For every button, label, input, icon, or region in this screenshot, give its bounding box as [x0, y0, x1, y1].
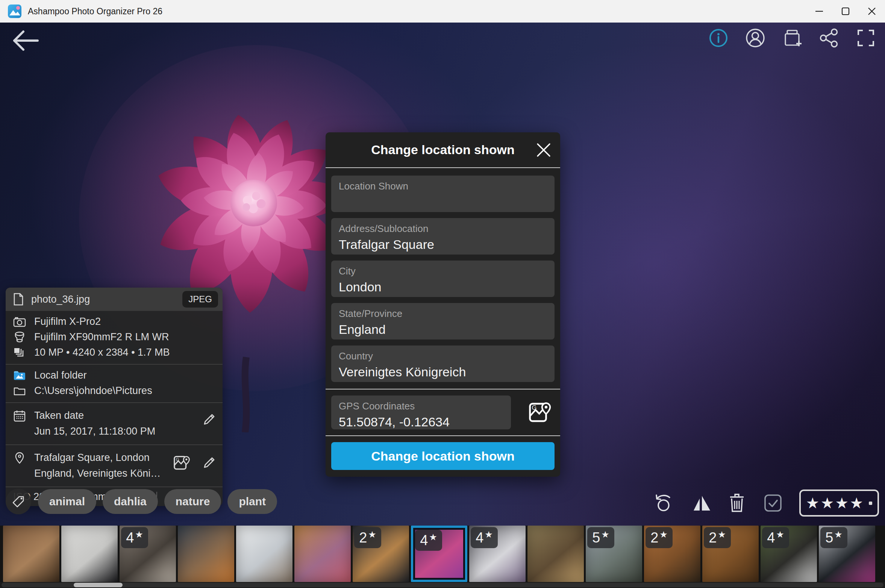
select-checkbox[interactable]: [762, 493, 783, 514]
field-label: State/Province: [339, 308, 547, 320]
back-button[interactable]: [10, 29, 41, 53]
maximize-button[interactable]: [832, 0, 859, 23]
delete-button[interactable]: [727, 493, 747, 514]
field-value: Vereinigtes Königreich: [339, 364, 547, 379]
divider: [326, 389, 560, 389]
scrollbar-thumb[interactable]: [74, 583, 123, 587]
account-button[interactable]: [745, 28, 765, 48]
thumbnail-dog-goggles[interactable]: 5★: [819, 526, 875, 582]
horizontal-scrollbar[interactable]: [2, 583, 883, 587]
field-value: England: [339, 322, 547, 337]
rating-badge: 4★: [471, 527, 498, 548]
field-label: Location Shown: [339, 180, 547, 192]
thumbnail-dahlia-selected[interactable]: 4★: [411, 526, 467, 582]
add-to-album-button[interactable]: [782, 28, 802, 48]
map-pin-icon: [13, 452, 26, 464]
divider: [326, 435, 560, 436]
local-folder-icon: [13, 369, 26, 382]
edit-toolbar: ★★★★: [653, 489, 879, 517]
tags-row: animaldahlianatureplant: [6, 489, 277, 514]
thumbnail-dog-tree-stump[interactable]: [527, 526, 584, 582]
thumbnail-cat-in-snow[interactable]: [236, 526, 292, 582]
field-label: Address/Sublocation: [339, 223, 547, 235]
lens-model: Fujifilm XF90mmF2 R LM WR: [34, 331, 169, 343]
tag-animal[interactable]: animal: [38, 489, 96, 514]
open-in-maps-button[interactable]: G: [527, 400, 552, 425]
thumbnail-white-cat[interactable]: 4★: [469, 526, 526, 582]
edit-date-button[interactable]: [202, 412, 217, 427]
close-button[interactable]: [859, 0, 885, 23]
dialog-header: Change location shown: [326, 132, 560, 167]
thumbnail-golden-retriever[interactable]: 2★: [353, 526, 409, 582]
thumbnail-dog-newspapers[interactable]: 4★: [120, 526, 176, 582]
viewer-toolbar: [708, 28, 876, 48]
folder-path: C:\Users\johndoe\Pictures: [34, 385, 152, 397]
field-label: GPS Coordinates: [339, 400, 503, 412]
rating-badge: 4★: [762, 527, 789, 548]
resolution-icon: [13, 346, 26, 359]
rating-badge: 2★: [646, 527, 673, 548]
minimize-button[interactable]: [806, 0, 832, 23]
storage-type: Local folder: [34, 370, 87, 381]
thumbnail-shaggy-dog[interactable]: 4★: [761, 526, 817, 582]
field-label: City: [339, 265, 547, 277]
storage-info-group: Local folder C:\Users\johndoe\Pictures: [6, 365, 223, 402]
thumbnail-fox[interactable]: 2★: [644, 526, 700, 582]
file-icon: [13, 293, 24, 306]
close-dialog-button[interactable]: [535, 141, 553, 159]
rating-badge: 5★: [587, 527, 614, 548]
tag-list: animaldahlianatureplant: [38, 489, 277, 514]
star-filled[interactable]: ★: [850, 496, 863, 511]
rating-stars: ★★★★: [806, 496, 872, 511]
field-city[interactable]: CityLondon: [331, 261, 555, 297]
field-address-sublocation[interactable]: Address/SublocationTrafalgar Square: [331, 218, 555, 255]
tag-plant[interactable]: plant: [227, 489, 277, 514]
thumbnail-puppy-orange-toy[interactable]: [178, 526, 234, 582]
star-empty-dot[interactable]: [869, 502, 872, 505]
thumbnail-goats[interactable]: [3, 526, 59, 582]
thumbnail-girl-balloons[interactable]: 5★: [586, 526, 642, 582]
tag-nature[interactable]: nature: [164, 489, 221, 514]
svg-text:G: G: [176, 457, 179, 462]
star-filled[interactable]: ★: [820, 496, 834, 511]
location-block: Trafalgar Square, London England, Verein…: [6, 445, 223, 486]
camera-icon: [13, 315, 26, 328]
camera-model: Fujifilm X-Pro2: [34, 316, 101, 327]
location-line2: England, Vereinigtes Königre…: [34, 465, 165, 481]
field-gps-coordinates[interactable]: GPS Coordinates 51.50874, -0.12634: [331, 396, 511, 429]
thumbnail-dog-in-field[interactable]: 2★: [702, 526, 759, 582]
tag-icon-button[interactable]: [6, 489, 31, 514]
rotate-button[interactable]: [653, 493, 674, 514]
info-button[interactable]: [708, 28, 729, 48]
share-button[interactable]: [819, 28, 839, 48]
titlebar: Ashampoo Photo Organizer Pro 26: [0, 0, 885, 23]
app-logo-icon: [8, 4, 22, 18]
flip-horizontal-button[interactable]: [690, 493, 711, 514]
window-title: Ashampoo Photo Organizer Pro 26: [28, 6, 162, 17]
field-value: London: [339, 279, 547, 294]
taken-date-label: Taken date: [34, 408, 193, 423]
star-rating-widget[interactable]: ★★★★: [799, 489, 879, 517]
info-panel: photo_36.jpg JPEG Fujifilm X-Pro2: [6, 288, 223, 506]
show-on-map-button[interactable]: G: [173, 454, 190, 471]
tag-dahlia[interactable]: dahlia: [103, 489, 158, 514]
change-location-dialog: Change location shown Location ShownAddr…: [326, 132, 560, 477]
field-country[interactable]: CountryVereinigtes Königreich: [331, 346, 555, 382]
folder-icon: [13, 385, 26, 397]
change-location-submit-button[interactable]: Change location shown: [331, 442, 555, 470]
location-line1: Trafalgar Square, London: [34, 450, 165, 465]
format-badge: JPEG: [182, 291, 218, 308]
star-filled[interactable]: ★: [835, 496, 849, 511]
thumbnail-black-dog-snow[interactable]: [61, 526, 118, 582]
field-value: 51.50874, -0.12634: [339, 414, 503, 429]
star-filled[interactable]: ★: [806, 496, 820, 511]
svg-text:G: G: [532, 404, 537, 411]
field-state-province[interactable]: State/ProvinceEngland: [331, 303, 555, 339]
field-location-shown[interactable]: Location Shown: [331, 176, 555, 212]
fullscreen-button[interactable]: [856, 28, 876, 48]
field-value: Trafalgar Square: [339, 237, 547, 252]
thumbnail-dog-graffiti[interactable]: [294, 526, 351, 582]
gps-section: GPS Coordinates 51.50874, -0.12634 G: [331, 396, 555, 429]
field-label: Country: [339, 350, 547, 362]
edit-location-button[interactable]: [202, 455, 217, 470]
